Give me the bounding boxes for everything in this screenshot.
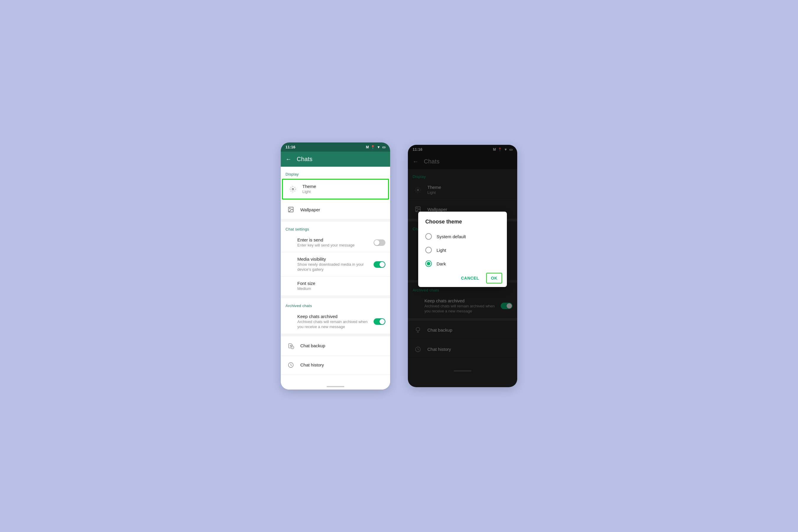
radio-circle-light [425,247,432,253]
backup-icon [285,341,296,351]
choose-theme-dialog: Choose theme System default Light Dark C… [418,212,507,287]
theme-icon [288,184,298,194]
media-visibility-toggle[interactable] [374,261,385,268]
svg-point-2 [289,208,290,209]
keep-archived-content: Keep chats archived Archived chats will … [297,314,374,329]
wallpaper-item[interactable]: Wallpaper [281,200,390,219]
dialog-actions: Cancel OK [418,270,507,285]
media-visibility-title: Media visibility [297,256,374,262]
status-time-1: 11:16 [285,145,295,149]
enter-is-send-item[interactable]: Enter is send Enter key will send your m… [281,233,390,252]
nav-handle-1 [327,386,344,387]
bottom-handle-1 [281,384,390,390]
font-size-title: Font size [297,281,385,286]
font-size-content: Font size Medium [297,281,385,291]
radio-light[interactable]: Light [418,243,507,257]
ok-button[interactable]: OK [486,273,502,283]
battery-icon: ▭ [382,145,385,149]
chat-history-item[interactable]: Chat history [281,356,390,375]
enter-is-send-toggle[interactable] [374,240,385,246]
radio-dark[interactable]: Dark [418,257,507,270]
phone-1: 11:16 M 📍 ▼ ▭ ← Chats Display Theme Lig [281,142,390,389]
media-visibility-content: Media visibility Show newly downloaded m… [297,256,374,272]
section-archived-chats: Archived chats [281,298,390,310]
theme-content: Theme Light [302,184,383,194]
enter-is-send-content: Enter is send Enter key will send your m… [297,238,374,248]
svg-point-0 [292,189,294,190]
phone-2: 11:16 M 📍 ▼ ▭ ← Chats Display Theme Ligh… [408,145,517,387]
media-visibility-item[interactable]: Media visibility Show newly downloaded m… [281,252,390,277]
section-display: Display [281,167,390,178]
font-size-subtitle: Medium [297,286,385,291]
radio-circle-system [425,233,432,240]
chat-backup-item[interactable]: Chat backup [281,336,390,356]
keep-archived-subtitle: Archived chats will remain archived when… [297,320,374,329]
history-icon [285,360,296,370]
radio-label-dark: Dark [437,261,446,266]
wifi-icon: ▼ [377,145,380,149]
chat-history-title: Chat history [300,362,385,367]
enter-is-send-title: Enter is send [297,238,374,242]
theme-title: Theme [302,184,383,189]
theme-subtitle: Light [302,189,383,194]
font-size-item[interactable]: Font size Medium [281,277,390,296]
status-icons-1: M 📍 ▼ ▭ [366,145,385,149]
keep-archived-toggle[interactable] [374,318,385,325]
bottom-spacer [281,375,390,384]
theme-item[interactable]: Theme Light [282,179,389,200]
divider-3 [281,334,390,336]
chat-backup-title: Chat backup [300,343,385,348]
divider-2 [281,296,390,298]
radio-label-light: Light [437,248,446,253]
wallpaper-icon [285,204,296,215]
cancel-button[interactable]: Cancel [456,273,484,283]
wallpaper-content: Wallpaper [300,207,385,212]
keep-archived-title: Keep chats archived [297,314,374,319]
chat-backup-content: Chat backup [300,343,385,348]
dialog-title: Choose theme [418,219,507,230]
gmail-icon: M [366,145,369,149]
status-bar-1: 11:16 M 📍 ▼ ▭ [281,142,390,152]
enter-is-send-subtitle: Enter key will send your message [297,243,374,248]
back-button-1[interactable]: ← [285,156,291,163]
pin-icon: 📍 [370,145,375,149]
radio-circle-dark [425,260,432,267]
keep-archived-item[interactable]: Keep chats archived Archived chats will … [281,310,390,334]
radio-label-system: System default [437,234,466,239]
section-chat-settings: Chat settings [281,222,390,233]
divider-1 [281,219,390,222]
media-visibility-subtitle: Show newly downloaded media in your devi… [297,262,374,272]
page-title-1: Chats [297,156,312,163]
radio-system-default[interactable]: System default [418,230,507,243]
app-header-1: ← Chats [281,152,390,167]
chat-history-content: Chat history [300,362,385,367]
wallpaper-title: Wallpaper [300,207,385,212]
settings-content-1: Display Theme Light [281,167,390,389]
